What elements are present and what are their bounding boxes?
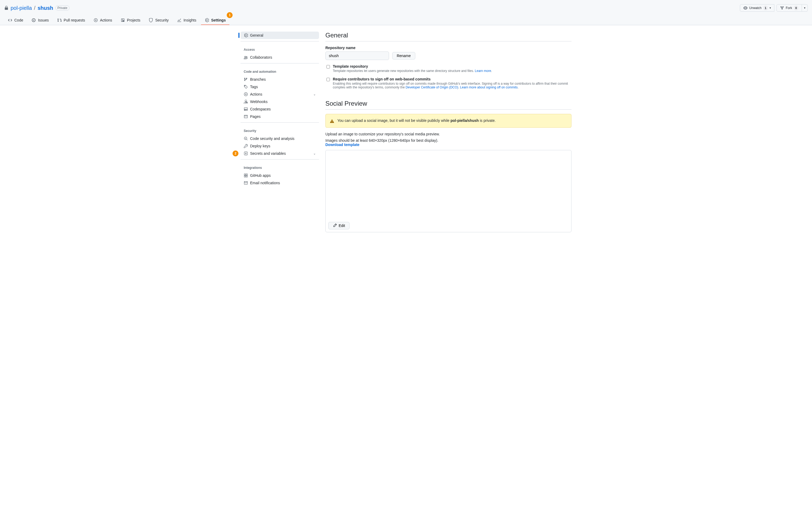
sidebar-item-code-security[interactable]: Code security and analysis (241, 135, 319, 142)
play-icon (93, 18, 98, 22)
owner-link[interactable]: pol-piella (11, 5, 32, 11)
graph-icon (177, 18, 182, 22)
sidebar-item-branches[interactable]: Branches (241, 76, 319, 83)
project-icon (121, 18, 125, 22)
sidebar-group-security: Security (241, 125, 319, 135)
browser-icon (244, 114, 248, 119)
sidebar-item-email[interactable]: Email notifications (241, 179, 319, 187)
social-desc-2: Images should be at least 640×320px (128… (325, 138, 571, 147)
tag-icon (244, 85, 248, 89)
repo-title: pol-piella / shush Private (4, 5, 70, 11)
people-icon (244, 55, 248, 59)
sidebar-group-access: Access (241, 44, 319, 54)
mail-icon (244, 181, 248, 185)
sidebar-item-github-apps[interactable]: GitHub apps (241, 172, 319, 179)
dco-link[interactable]: Developer Certificate of Origin (DCO) (405, 85, 458, 89)
signoff-desc: Enabling this setting will require contr… (333, 82, 571, 89)
codespaces-icon (244, 107, 248, 111)
heading-general: General (325, 32, 571, 41)
fork-label: Fork (786, 5, 792, 11)
chevron-down-icon: ⌄ (313, 152, 316, 155)
unwatch-count: 1 (763, 5, 768, 11)
edit-social-preview-button[interactable]: Edit (328, 222, 349, 229)
fork-count: 0 (794, 5, 798, 11)
tab-settings[interactable]: Settings 1 (201, 16, 229, 25)
chevron-down-icon: ⌄ (313, 93, 316, 96)
pr-icon (57, 18, 61, 22)
tab-pulls[interactable]: Pull requests (54, 16, 89, 25)
template-learn-more-link[interactable]: Learn more (475, 69, 491, 73)
shield-icon (149, 18, 153, 22)
tab-security[interactable]: Security (145, 16, 172, 25)
sidebar-item-deploy-keys[interactable]: Deploy keys (241, 142, 319, 150)
settings-sidebar: General Access Collaborators Code and au… (241, 32, 319, 232)
social-preview-warning: You can upload a social image, but it wi… (325, 114, 571, 128)
apps-icon (244, 173, 248, 178)
lock-icon (4, 6, 9, 10)
callout-1: 1 (227, 12, 233, 18)
template-repo-checkbox[interactable] (327, 65, 330, 69)
repo-tabs: Code Issues Pull requests Actions Projec… (4, 16, 808, 25)
template-repo-title: Template repository (333, 64, 492, 69)
sidebar-item-collaborators[interactable]: Collaborators (241, 54, 319, 61)
gear-icon (244, 33, 248, 38)
unwatch-label: Unwatch (749, 5, 762, 11)
gear-icon (205, 18, 209, 22)
tab-projects[interactable]: Projects (117, 16, 144, 25)
chevron-down-icon: ▾ (804, 5, 806, 11)
signoff-title: Require contributors to sign off on web-… (333, 77, 571, 81)
fork-button[interactable]: Fork 0 (777, 4, 802, 12)
tab-code[interactable]: Code (4, 16, 27, 25)
eye-icon (743, 6, 748, 10)
flash-repo-name: pol-piella/shush (451, 118, 479, 123)
key-icon (244, 144, 248, 148)
asterisk-icon (244, 151, 248, 156)
issue-icon (31, 18, 36, 22)
play-icon (244, 92, 248, 96)
fork-dropdown[interactable]: ▾ (802, 4, 808, 12)
social-desc-1: Upload an image to customize your reposi… (325, 132, 571, 136)
visibility-badge: Private (55, 5, 70, 11)
codescan-icon (244, 137, 248, 141)
chevron-down-icon: ▾ (770, 5, 771, 11)
svg-point-0 (244, 137, 247, 140)
sidebar-group-code: Code and automation (241, 66, 319, 76)
webhook-icon (244, 100, 248, 104)
sidebar-item-pages[interactable]: Pages (241, 113, 319, 120)
signoff-learn-link[interactable]: Learn more about signing off on commits (460, 85, 518, 89)
template-repo-desc: Template repositories let users generate… (333, 69, 492, 73)
repo-name-label: Repository name (325, 46, 571, 50)
sidebar-item-general[interactable]: General (241, 32, 319, 39)
settings-content: General Repository name Rename Template … (325, 32, 571, 232)
header-actions: Unwatch 1 ▾ Fork 0 ▾ (740, 4, 808, 12)
fork-icon (780, 6, 784, 10)
branch-icon (244, 77, 248, 82)
sidebar-item-codespaces[interactable]: Codespaces (241, 106, 319, 113)
repo-link[interactable]: shush (38, 5, 53, 11)
rename-button[interactable]: Rename (392, 52, 415, 59)
sidebar-group-integrations: Integrations (241, 162, 319, 172)
tab-issues[interactable]: Issues (28, 16, 52, 25)
repo-name-input[interactable] (325, 52, 389, 60)
sidebar-item-actions[interactable]: Actions⌄ (241, 90, 319, 98)
repo-header-bar: pol-piella / shush Private Unwatch 1 ▾ F… (0, 0, 812, 25)
separator: / (34, 5, 35, 11)
pencil-icon (333, 224, 337, 228)
code-icon (8, 18, 12, 22)
unwatch-button[interactable]: Unwatch 1 ▾ (740, 4, 774, 12)
tab-actions[interactable]: Actions (90, 16, 116, 25)
alert-icon (330, 119, 334, 123)
signoff-checkbox[interactable] (327, 78, 330, 81)
sidebar-item-webhooks[interactable]: Webhooks (241, 98, 319, 106)
download-template-link[interactable]: Download template (325, 142, 359, 147)
heading-social-preview: Social Preview (325, 100, 571, 110)
sidebar-item-secrets[interactable]: Secrets and variables⌄ (241, 150, 319, 157)
sidebar-item-tags[interactable]: Tags (241, 83, 319, 90)
callout-2: 2 (233, 151, 238, 156)
tab-insights[interactable]: Insights (173, 16, 200, 25)
social-preview-box: Edit (325, 150, 571, 232)
